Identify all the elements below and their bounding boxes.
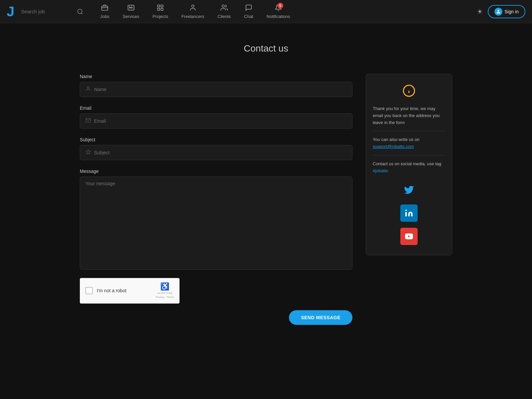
email-field-group: Email [80,105,352,129]
contact-form: Name Email [80,74,352,325]
star-icon [85,149,91,156]
main-nav: Jobs Services Projects [93,1,473,22]
twitter-button[interactable] [400,181,418,199]
notification-wrapper: 5 [275,4,282,13]
briefcase-icon [101,4,108,13]
main-content: Contact us Name Email [66,23,466,345]
nav-notifications-label: Notifications [267,14,290,19]
svg-point-11 [87,87,89,88]
svg-marker-13 [86,150,90,154]
search-button[interactable] [77,8,83,15]
captcha-checkbox[interactable] [85,287,93,294]
info-circle-icon [373,84,445,100]
youtube-icon [405,232,413,241]
svg-rect-7 [158,8,160,10]
page-title: Contact us [80,43,452,54]
nav-notifications[interactable]: 5 Notifications [260,1,297,22]
twitter-icon [404,185,414,195]
sign-in-label: Sign in [504,9,519,14]
sign-in-avatar-icon [494,8,502,16]
message-textarea[interactable] [85,181,347,264]
svg-point-9 [192,5,194,7]
content-layout: Name Email [80,74,452,325]
person-icon [85,86,91,93]
recaptcha-icon: ♿ [160,282,169,291]
send-message-button[interactable]: SEND MESSAGE [289,310,352,325]
svg-point-10 [222,5,224,7]
info-divider-2 [373,155,445,156]
name-input-wrapper [80,82,352,97]
captcha-box[interactable]: I'm not a robot ♿ reCAPTCHA Privacy · Te… [80,278,180,304]
svg-rect-5 [158,5,160,7]
subject-field-group: Subject [80,137,352,160]
svg-rect-8 [161,8,163,10]
search-input[interactable] [21,9,74,14]
captcha-label: I'm not a robot [97,288,152,293]
info-card: Thank you for your time, we may email yo… [366,74,452,255]
nav-projects[interactable]: Projects [146,1,175,22]
nav-clients-label: Clients [217,14,231,19]
linkedin-button[interactable] [400,204,418,222]
chat-icon [245,4,252,13]
freelancers-icon [189,4,197,13]
name-field-group: Name [80,74,352,97]
sign-in-button[interactable]: Sign in [488,5,525,18]
name-input[interactable] [94,87,347,92]
email-icon [85,118,91,124]
send-button-container: SEND MESSAGE [80,310,352,325]
message-field-group: Message [80,169,352,270]
subject-input[interactable] [94,150,347,155]
nav-freelancers-label: Freelancers [182,14,204,19]
recaptcha-sub2: Privacy · Terms [156,296,174,299]
youtube-button[interactable] [400,228,418,245]
svg-rect-6 [161,5,163,7]
message-textarea-wrapper [80,177,352,270]
nav-chat-label: Chat [244,14,253,19]
nav-jobs-label: Jobs [100,14,109,19]
notification-badge: 5 [277,3,283,9]
svg-rect-2 [102,6,108,10]
social-text: Contact us on social media, use tag #job… [373,161,445,175]
nav-clients[interactable]: Clients [211,1,237,22]
brand-logo: J [7,5,14,19]
search-container [21,8,83,15]
recaptcha-logo: ♿ reCAPTCHA Privacy · Terms [156,282,174,299]
linkedin-icon [405,209,413,217]
clients-icon [220,4,228,13]
name-label: Name [80,74,352,79]
message-label: Message [80,169,352,174]
svg-rect-4 [128,5,134,10]
nav-services-label: Services [123,14,139,19]
projects-icon [157,4,164,13]
header-right: ☀ Sign in [477,5,525,18]
email-input-wrapper [80,113,352,129]
nav-projects-label: Projects [153,14,168,19]
nav-jobs[interactable]: Jobs [93,1,116,22]
info-text-1: Thank you for your time, we may email yo… [373,105,445,126]
recaptcha-sub1: reCAPTCHA [157,292,172,295]
support-email-link[interactable]: support@jobatto.com [373,144,414,149]
theme-toggle-button[interactable]: ☀ [477,8,483,16]
search-icon [77,8,83,15]
svg-line-1 [81,13,83,14]
svg-point-0 [78,9,82,13]
nav-services[interactable]: Services [116,1,146,22]
subject-label: Subject [80,137,352,142]
svg-point-18 [405,209,407,211]
nav-freelancers[interactable]: Freelancers [175,1,211,22]
social-tag: #jobatto [373,168,388,173]
info-divider-1 [373,131,445,131]
header: J Jobs [0,0,532,23]
subject-input-wrapper [80,145,352,160]
social-icons [373,181,445,245]
email-label: Email [80,105,352,111]
nav-chat[interactable]: Chat [237,1,260,22]
ad-icon [127,4,135,13]
svg-rect-17 [405,212,407,216]
email-input[interactable] [94,118,347,124]
info-text-2: You can also write us on support@jobatto… [373,136,445,150]
